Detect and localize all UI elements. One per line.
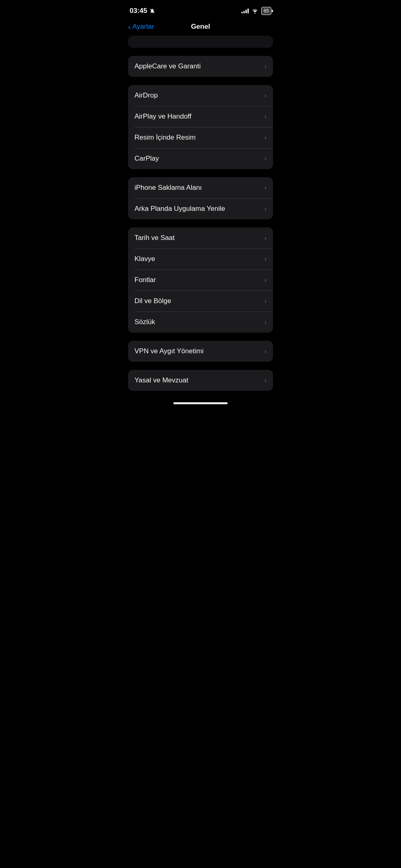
background-refresh-row[interactable]: Arka Planda Uygulama Yenile › xyxy=(128,198,273,219)
top-partial-section xyxy=(128,36,273,48)
airplay-label: AirPlay ve Handoff xyxy=(134,112,191,121)
back-label: Ayarlar xyxy=(132,23,154,31)
resim-chevron-icon: › xyxy=(264,134,267,141)
dictionary-label: Sözlük xyxy=(134,318,155,326)
datetime-right: › xyxy=(264,235,267,241)
language-row[interactable]: Dil ve Bölge › xyxy=(128,291,273,312)
fonts-right: › xyxy=(264,277,267,283)
nav-bar: ‹ Ayarlar Genel xyxy=(122,19,279,36)
keyboard-row[interactable]: Klavye › xyxy=(128,248,273,270)
vpn-row[interactable]: VPN ve Aygıt Yönetimi › xyxy=(128,341,273,362)
keyboard-label: Klavye xyxy=(134,255,155,263)
partial-row[interactable] xyxy=(128,36,273,48)
vpn-group: VPN ve Aygıt Yönetimi › xyxy=(128,341,273,362)
storage-group: iPhone Saklama Alanı › Arka Planda Uygul… xyxy=(128,177,273,219)
keyboard-right: › xyxy=(264,256,267,262)
resim-label: Resim İçinde Resim xyxy=(134,134,196,142)
home-indicator xyxy=(122,399,279,406)
time-label: 03:45 xyxy=(130,7,147,15)
battery-icon: 65 xyxy=(261,7,271,15)
vpn-right: › xyxy=(264,348,267,354)
datetime-row[interactable]: Tarih ve Saat › xyxy=(128,227,273,248)
legal-group: Yasal ve Mevzuat › xyxy=(128,370,273,391)
storage-right: › xyxy=(264,185,267,191)
page-title: Genel xyxy=(191,23,210,31)
dictionary-right: › xyxy=(264,319,267,325)
settings-content: AppleCare ve Garanti › AirDrop › AirPlay… xyxy=(122,36,279,391)
legal-right: › xyxy=(264,377,267,384)
carplay-right: › xyxy=(264,155,267,162)
datetime-chevron-icon: › xyxy=(264,235,267,241)
resim-right: › xyxy=(264,134,267,141)
dictionary-chevron-icon: › xyxy=(264,319,267,325)
applecare-row[interactable]: AppleCare ve Garanti › xyxy=(128,56,273,77)
airdrop-chevron-icon: › xyxy=(264,92,267,99)
signal-strength-icon xyxy=(241,8,249,13)
home-bar xyxy=(173,402,228,404)
status-right-icons: 65 xyxy=(241,7,271,15)
applecare-group: AppleCare ve Garanti › xyxy=(128,56,273,77)
airdrop-row[interactable]: AirDrop › xyxy=(128,85,273,106)
storage-row[interactable]: iPhone Saklama Alanı › xyxy=(128,177,273,198)
background-refresh-label: Arka Planda Uygulama Yenile xyxy=(134,205,225,213)
fonts-row[interactable]: Fontlar › xyxy=(128,270,273,291)
legal-row[interactable]: Yasal ve Mevzuat › xyxy=(128,370,273,391)
dictionary-row[interactable]: Sözlük › xyxy=(128,312,273,333)
fonts-chevron-icon: › xyxy=(264,277,267,283)
status-time: 03:45 xyxy=(130,7,155,15)
language-chevron-icon: › xyxy=(264,298,267,304)
section-applecare: AppleCare ve Garanti › xyxy=(128,56,273,77)
connectivity-group: AirDrop › AirPlay ve Handoff › Resim İçi… xyxy=(128,85,273,169)
wifi-icon xyxy=(252,8,258,14)
vpn-label: VPN ve Aygıt Yönetimi xyxy=(134,347,203,355)
applecare-chevron-icon: › xyxy=(264,63,267,70)
notification-muted-icon xyxy=(149,8,155,14)
system-group: Tarih ve Saat › Klavye › Fontlar › Dil v… xyxy=(128,227,273,333)
resim-row[interactable]: Resim İçinde Resim › xyxy=(128,127,273,148)
svg-point-1 xyxy=(254,13,255,14)
language-label: Dil ve Bölge xyxy=(134,297,171,305)
section-storage: iPhone Saklama Alanı › Arka Planda Uygul… xyxy=(128,177,273,219)
background-refresh-chevron-icon: › xyxy=(264,206,267,212)
section-legal: Yasal ve Mevzuat › xyxy=(128,370,273,391)
section-system: Tarih ve Saat › Klavye › Fontlar › Dil v… xyxy=(128,227,273,333)
carplay-row[interactable]: CarPlay › xyxy=(128,148,273,169)
airdrop-label: AirDrop xyxy=(134,91,158,100)
keyboard-chevron-icon: › xyxy=(264,256,267,262)
section-vpn: VPN ve Aygıt Yönetimi › xyxy=(128,341,273,362)
vpn-chevron-icon: › xyxy=(264,348,267,354)
status-bar: 03:45 65 xyxy=(122,0,279,19)
storage-chevron-icon: › xyxy=(264,185,267,191)
airplay-right: › xyxy=(264,113,267,120)
carplay-label: CarPlay xyxy=(134,155,159,163)
carplay-chevron-icon: › xyxy=(264,155,267,162)
applecare-label: AppleCare ve Garanti xyxy=(134,62,200,70)
fonts-label: Fontlar xyxy=(134,276,156,284)
datetime-label: Tarih ve Saat xyxy=(134,234,175,242)
back-chevron-icon: ‹ xyxy=(128,23,131,31)
background-refresh-right: › xyxy=(264,206,267,212)
back-button[interactable]: ‹ Ayarlar xyxy=(128,23,154,31)
applecare-right: › xyxy=(264,63,267,70)
legal-label: Yasal ve Mevzuat xyxy=(134,376,188,384)
storage-label: iPhone Saklama Alanı xyxy=(134,184,202,192)
airplay-row[interactable]: AirPlay ve Handoff › xyxy=(128,106,273,127)
language-right: › xyxy=(264,298,267,304)
legal-chevron-icon: › xyxy=(264,377,267,384)
battery-level: 65 xyxy=(264,8,269,14)
airplay-chevron-icon: › xyxy=(264,113,267,120)
airdrop-right: › xyxy=(264,92,267,99)
section-connectivity: AirDrop › AirPlay ve Handoff › Resim İçi… xyxy=(128,85,273,169)
